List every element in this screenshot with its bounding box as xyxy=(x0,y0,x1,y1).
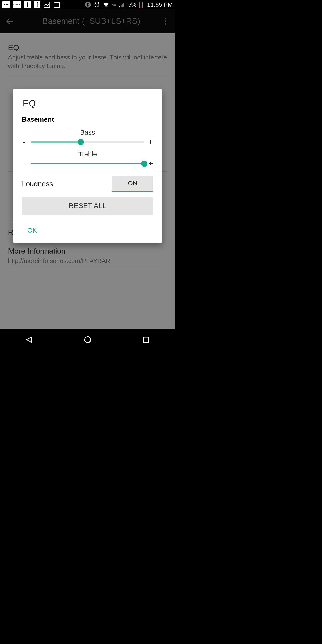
status-bar: ••• SONOS f f 4G 5% 11:5 xyxy=(0,0,175,10)
svg-line-12 xyxy=(98,2,99,3)
bluetooth-icon xyxy=(85,2,91,8)
svg-point-23 xyxy=(84,336,90,342)
room-name: Basement xyxy=(22,116,153,123)
svg-rect-14 xyxy=(120,5,122,7)
svg-marker-22 xyxy=(26,337,31,342)
treble-slider[interactable] xyxy=(31,160,144,168)
nav-home-button[interactable] xyxy=(83,335,92,344)
wifi-sync-icon xyxy=(103,2,109,8)
svg-rect-16 xyxy=(123,3,124,8)
nav-recents-button[interactable] xyxy=(141,335,151,344)
svg-text:f: f xyxy=(36,2,38,8)
treble-minus-button[interactable]: - xyxy=(22,159,27,168)
facebook-icon: f xyxy=(24,1,31,8)
alarm-icon xyxy=(94,2,100,8)
image-icon xyxy=(44,1,50,8)
battery-percent: 5% xyxy=(128,2,136,8)
dialog-title: EQ xyxy=(23,98,153,108)
battery-icon xyxy=(139,2,143,8)
svg-rect-24 xyxy=(143,337,148,342)
svg-line-11 xyxy=(95,2,96,3)
eq-dialog: EQ Basement Bass - + Treble - + Loudness xyxy=(13,90,162,242)
ok-button[interactable]: OK xyxy=(22,225,42,236)
svg-text:f: f xyxy=(26,2,28,8)
notification-more-icon: ••• xyxy=(2,1,10,8)
treble-plus-button[interactable]: + xyxy=(148,159,153,168)
loudness-toggle[interactable]: ON xyxy=(112,176,153,192)
clock-text: 11:55 PM xyxy=(147,1,173,8)
svg-rect-20 xyxy=(140,7,142,8)
svg-rect-17 xyxy=(124,2,126,7)
sonos-app-icon: SONOS xyxy=(13,1,21,8)
reset-all-button[interactable]: RESET ALL xyxy=(22,197,153,214)
bass-label: Bass xyxy=(22,128,153,136)
network-type-label: 4G xyxy=(112,3,117,6)
treble-slider-block: Treble - + xyxy=(22,150,153,168)
calendar-icon xyxy=(53,1,60,8)
bass-minus-button[interactable]: - xyxy=(22,138,27,146)
signal-icon xyxy=(120,2,126,8)
bass-plus-button[interactable]: + xyxy=(148,138,153,146)
bass-slider-block: Bass - + xyxy=(22,128,153,146)
system-nav-bar xyxy=(0,329,175,350)
nav-back-button[interactable] xyxy=(24,335,34,344)
treble-label: Treble xyxy=(22,150,153,158)
svg-rect-15 xyxy=(122,4,123,8)
bass-slider[interactable] xyxy=(31,138,144,146)
loudness-label: Loudness xyxy=(22,180,53,188)
facebook-icon: f xyxy=(34,1,41,8)
svg-rect-13 xyxy=(120,6,120,8)
svg-rect-5 xyxy=(54,2,60,8)
